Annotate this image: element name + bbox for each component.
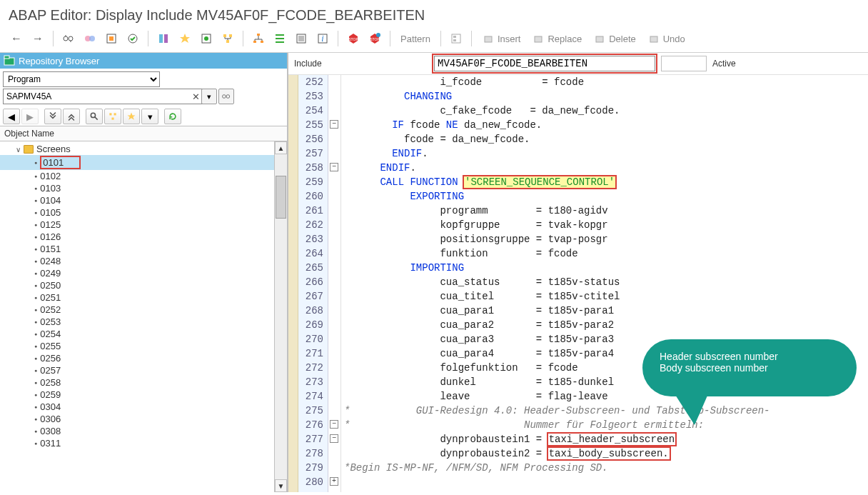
dropdown-button[interactable]: ▾ <box>201 89 217 104</box>
info-button[interactable]: i <box>313 29 332 48</box>
tree-scrollbar[interactable]: ▲ ▼ <box>274 141 287 492</box>
other-object-button[interactable] <box>102 29 121 48</box>
line-numbers: 2522532542552562572582592602612622632642… <box>298 75 328 492</box>
bullet-icon: ● <box>34 319 37 324</box>
scroll-thumb[interactable] <box>276 176 286 219</box>
include-name-input[interactable] <box>434 56 655 71</box>
fold-toggle[interactable]: − <box>330 420 338 429</box>
window-title: ABAP Editor: Display Include MV45AF0F_FC… <box>0 0 868 28</box>
tree-item[interactable]: ●0252 <box>0 304 274 316</box>
display-button[interactable] <box>218 89 234 104</box>
tree-item-label: 0250 <box>40 280 61 291</box>
tree-item[interactable]: ●0254 <box>0 328 274 340</box>
tree-item[interactable]: ●0125 <box>0 219 274 231</box>
tree-item[interactable]: ●0104 <box>0 194 274 206</box>
tree-item[interactable]: ●0101 <box>0 155 274 170</box>
tree-item[interactable]: ●0308 <box>0 425 274 437</box>
where-used-tree-button[interactable] <box>104 109 121 124</box>
bullet-icon: ● <box>34 307 37 312</box>
tree-item-label: 0125 <box>40 219 61 230</box>
main-split: Repository Browser Program ✕ ▾ ◀ ▶ <box>0 53 868 492</box>
object-type-select[interactable]: Program <box>3 71 160 87</box>
active-inactive-button[interactable] <box>81 29 99 48</box>
svg-rect-32 <box>650 36 657 42</box>
svg-rect-16 <box>261 41 263 43</box>
favorites-button[interactable] <box>123 109 140 124</box>
breakpoint-session-button[interactable]: STOP <box>344 29 363 48</box>
tree-item[interactable]: ●0256 <box>0 352 274 364</box>
display-hierarchy-button[interactable] <box>249 29 268 48</box>
pattern-button[interactable]: Pattern <box>396 29 435 48</box>
tree-folder-screens[interactable]: Screens <box>0 143 274 155</box>
separator <box>471 31 472 46</box>
svg-text:STOP: STOP <box>348 37 358 41</box>
svg-rect-18 <box>298 36 304 41</box>
collapse-button[interactable] <box>44 109 61 124</box>
tree-item[interactable]: ●0306 <box>0 413 274 425</box>
replace-button[interactable]: Replace <box>528 29 586 48</box>
main-toolbar: i STOP STOP Pattern Insert Replace Delet… <box>0 28 868 53</box>
svg-rect-12 <box>229 34 232 37</box>
tree-item[interactable]: ●0248 <box>0 255 274 267</box>
fullscreen-button[interactable] <box>292 29 311 48</box>
fold-toggle[interactable]: − <box>330 120 338 129</box>
display-nav-button[interactable] <box>271 29 289 48</box>
tree-item[interactable]: ●0105 <box>0 206 274 219</box>
tree-item[interactable]: ●0103 <box>0 182 274 194</box>
fold-toggle[interactable]: + <box>330 477 338 486</box>
nav-back-button[interactable]: ◀ <box>3 109 20 124</box>
code-editor[interactable]: 2522532542552562572582592602612622632642… <box>288 75 868 492</box>
activate-button[interactable] <box>176 29 194 48</box>
enhance-button[interactable] <box>123 29 142 48</box>
forward-button[interactable] <box>29 29 47 48</box>
fold-toggle[interactable]: − <box>330 163 338 171</box>
bullet-icon: ● <box>34 186 37 191</box>
tree-item[interactable]: ●0253 <box>0 316 274 328</box>
tree-item[interactable]: ●0255 <box>0 340 274 352</box>
object-tree[interactable]: Screens ●0101●0102●0103●0104●0105●0125●0… <box>0 141 274 492</box>
tree-item[interactable]: ●0249 <box>0 267 274 279</box>
tree-item[interactable]: ●0304 <box>0 401 274 413</box>
breakpoint-external-button[interactable]: STOP <box>365 29 384 48</box>
editor-panel: Include Active 2522532542552562572582592… <box>288 53 868 492</box>
tree-item[interactable]: ●0257 <box>0 364 274 376</box>
delete-button[interactable]: Delete <box>589 29 640 48</box>
test-button[interactable] <box>197 29 216 48</box>
where-used-button[interactable] <box>218 29 237 48</box>
check-button[interactable] <box>154 29 173 48</box>
bullet-icon: ● <box>34 404 37 409</box>
fold-column[interactable]: −−−−+ <box>328 75 341 492</box>
svg-rect-30 <box>535 36 542 42</box>
scroll-down-button[interactable]: ▼ <box>275 479 287 492</box>
tree-item[interactable]: ●0126 <box>0 231 274 243</box>
tree-item[interactable]: ●0311 <box>0 437 274 449</box>
scroll-up-button[interactable]: ▲ <box>275 141 287 154</box>
expand-button[interactable] <box>63 109 80 124</box>
tree-item[interactable]: ●0250 <box>0 279 274 291</box>
svg-rect-38 <box>109 113 111 115</box>
tree-item[interactable]: ●0251 <box>0 291 274 304</box>
pretty-print-button[interactable] <box>447 29 465 48</box>
find-button[interactable] <box>86 109 103 124</box>
svg-rect-8 <box>164 34 168 43</box>
favorites-dropdown-button[interactable]: ▾ <box>141 109 158 124</box>
bullet-icon: ● <box>34 344 37 349</box>
code-content[interactable]: i_fcode = fcode CHANGING c_fake_fcode = … <box>341 75 868 492</box>
nav-forward-button[interactable]: ▶ <box>21 109 39 124</box>
insert-button[interactable]: Insert <box>478 29 525 48</box>
display-change-button[interactable] <box>59 29 78 48</box>
refresh-button[interactable] <box>164 109 181 124</box>
svg-rect-27 <box>453 36 456 38</box>
object-name-input[interactable] <box>3 89 208 104</box>
tree-item-label: 0101 <box>40 156 81 169</box>
fold-toggle[interactable]: − <box>330 434 338 443</box>
repository-panel: Repository Browser Program ✕ ▾ ◀ ▶ <box>0 53 288 492</box>
collapse-icon[interactable] <box>16 144 21 154</box>
tree-item[interactable]: ●0258 <box>0 376 274 389</box>
back-button[interactable] <box>7 29 26 48</box>
bullet-icon: ● <box>34 380 37 385</box>
undo-button[interactable]: Undo <box>643 29 690 48</box>
tree-item[interactable]: ●0102 <box>0 170 274 182</box>
tree-item[interactable]: ●0259 <box>0 389 274 401</box>
tree-item[interactable]: ●0151 <box>0 243 274 255</box>
